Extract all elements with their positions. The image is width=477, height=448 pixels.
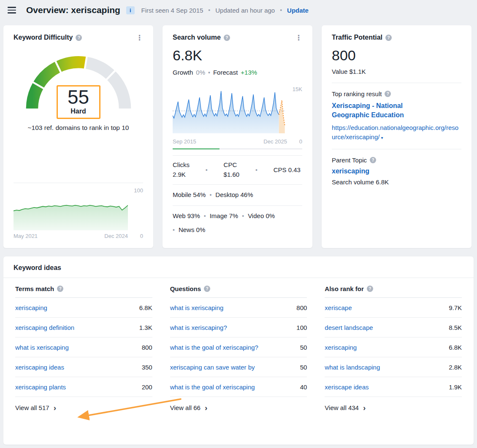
kebab-menu-icon[interactable]: ⋮ [136,34,143,41]
keyword-link[interactable]: xeriscaping definition [15,324,74,331]
dot-separator: • [208,7,210,13]
chevron-right-icon: › [205,404,207,412]
ref-domains-note: ~103 ref. domains to rank in top 10 [14,124,143,132]
keyword-link[interactable]: what is xeriscaping? [170,324,227,331]
keyword-difficulty-card: Keyword Difficulty ? ⋮ [3,25,153,248]
clicks-bar-fill [173,148,220,149]
terms-match-column: Terms match ? xeriscaping 6.8K xeriscapi… [15,278,152,414]
help-icon[interactable]: ? [367,286,373,292]
keyword-row: xeriscaping definition 1.3K [15,318,152,337]
info-badge-icon[interactable]: i [126,6,135,14]
metric-cards-row: Keyword Difficulty ? ⋮ [3,25,474,248]
parent-topic-link[interactable]: xeriscaping [332,167,461,175]
volume-value: 50 [300,344,307,351]
keyword-row: xeriscaping plants 200 [15,377,152,397]
kd-axis-min: 0 [140,230,143,240]
questions-column: Questions ? what is xeriscaping 800 what… [170,278,307,414]
volume-value: 9.7K [449,304,462,311]
keyword-link[interactable]: xeriscaping [15,304,47,311]
traffic-potential-value: 800 [332,47,461,64]
keyword-row: what is the goal of xeriscaping? 50 [170,337,307,357]
keyword-link[interactable]: xeriscaping can save water by [170,364,255,371]
keyword-link[interactable]: what is landscaping [325,364,380,371]
keyword-row: xeriscaping 6.8K [325,337,462,357]
view-all-terms-match[interactable]: View all 517 › [15,397,152,414]
mobile-share: Mobile 54% [173,190,206,200]
dot-separator: • [206,167,208,173]
search-type-row: Web 93% • Image 7% • Video 0% • News 0% [173,205,302,240]
view-all-questions[interactable]: View all 66 › [170,397,307,414]
update-link[interactable]: Update [287,7,309,14]
desktop-share: Desktop 46% [215,190,253,200]
device-split-row: Mobile 54% • Desktop 46% [173,184,302,205]
help-icon[interactable]: ? [385,35,392,41]
volume-value: 2.8K [449,364,462,371]
also-rank-for-column: Also rank for ? xeriscape 9.7K desert la… [325,278,462,414]
keyword-link[interactable]: xeriscaping [325,344,357,351]
forecast-label: Forecast [213,69,238,76]
volume-value: 8.5K [449,324,462,331]
volume-value: 6.8K [449,344,462,351]
keyword-link[interactable]: what is xeriscaping [15,344,69,351]
menu-icon[interactable] [8,7,16,13]
tp-card-title: Traffic Potential [332,34,382,41]
column-title: Terms match [15,285,54,292]
parent-topic-volume: Search volume 6.8K [332,178,461,186]
top-header: Overview: xeriscaping i First seen 4 Sep… [0,0,477,20]
keyword-link[interactable]: xeriscape [325,304,352,311]
keyword-link[interactable]: what is xeriscaping [170,304,224,311]
kebab-menu-icon[interactable]: ⋮ [295,34,302,41]
help-icon[interactable]: ? [385,91,391,97]
clicks-bar [173,148,302,149]
cps-metric: CPS 0.43 [274,166,301,173]
keyword-link[interactable]: xeriscaping plants [15,383,66,391]
keyword-link[interactable]: what is the goal of xeriscaping [170,383,255,391]
view-all-label[interactable]: View all 434 [325,404,359,411]
growth-value: 0% [196,69,205,76]
view-all-also-rank-for[interactable]: View all 434 › [325,397,462,414]
help-icon[interactable]: ? [204,286,210,292]
top-ranking-label-text: Top ranking result [332,90,382,97]
sv-axis-end: Dec 2025 [263,138,287,145]
volume-value: 800 [142,344,152,351]
help-icon[interactable]: ? [57,286,63,292]
dot-separator: • [204,211,206,221]
dot-separator: • [208,69,210,76]
cpc-metric: CPC $1.60 [224,160,240,179]
caret-down-icon[interactable]: ▾ [381,135,383,140]
top-result-url-text[interactable]: https://education.nationalgeographic.org… [332,124,458,140]
keyword-row: xeriscape 9.7K [325,298,462,318]
keyword-link[interactable]: xeriscape ideas [325,383,369,391]
sv-axis-start: Sep 2015 [173,138,196,145]
keyword-link[interactable]: what is the goal of xeriscaping? [170,344,258,351]
view-all-label[interactable]: View all 66 [170,404,201,411]
keyword-row: what is landscaping 2.8K [325,357,462,377]
keyword-row: desert landscape 8.5K [325,318,462,337]
video-share: Video 0% [248,211,275,221]
kd-score-box: 55 Hard [57,85,100,119]
view-all-label[interactable]: View all 517 [15,404,49,411]
volume-value: 800 [296,304,307,311]
top-result-url[interactable]: https://education.nationalgeographic.org… [332,123,461,142]
help-icon[interactable]: ? [224,35,230,41]
dot-separator: • [255,167,257,173]
volume-value: 350 [142,364,152,371]
kd-axis-end: Dec 2024 [104,233,128,240]
chevron-right-icon: › [54,404,56,412]
keyword-row: what is xeriscaping? 100 [170,318,307,337]
cpc-value: $1.60 [224,170,240,180]
dot-separator: • [280,7,282,13]
help-icon[interactable]: ? [370,157,376,163]
search-volume-history-chart: 15K Sep 2015 Dec 2025 0 [173,86,302,145]
web-share: Web 93% [173,211,200,221]
kd-score: 55 [65,86,92,108]
top-result-link[interactable]: Xeriscaping - National Geographic Educat… [332,101,437,120]
keyword-link[interactable]: xeriscaping ideas [15,364,64,371]
keyword-link[interactable]: desert landscape [325,324,373,331]
help-icon[interactable]: ? [76,35,82,41]
search-volume-card: Search volume ? ⋮ 6.8K Growth 0% • Forec… [163,25,312,248]
dot-separator: • [209,190,211,200]
forecast-value: +13% [241,69,257,76]
keyword-row: xeriscaping 6.8K [15,298,152,318]
dot-separator: • [173,225,175,235]
